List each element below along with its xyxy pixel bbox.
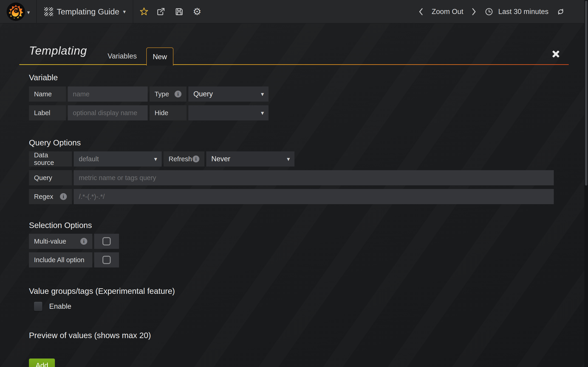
- navbar-divider: [133, 0, 133, 23]
- refresh-select-value: Never: [211, 155, 230, 163]
- info-icon[interactable]: i: [192, 156, 199, 162]
- time-shift-forward-button[interactable]: [471, 8, 477, 16]
- enable-checkbox[interactable]: [34, 302, 42, 311]
- tab-underline: [19, 64, 569, 65]
- name-input[interactable]: [68, 86, 148, 102]
- time-range-label: Last 30 minutes: [498, 8, 548, 16]
- save-icon: [174, 7, 184, 16]
- hide-select[interactable]: ▾: [188, 105, 268, 120]
- datasource-select-value: default: [79, 155, 99, 163]
- time-controls: Zoom Out Last 30 minutes: [418, 0, 565, 23]
- datasource-label: Data source: [29, 151, 72, 167]
- navbar-divider: [36, 0, 37, 23]
- type-label: Type i: [149, 86, 187, 102]
- time-shift-back-button[interactable]: [418, 8, 424, 16]
- info-icon[interactable]: i: [80, 238, 87, 245]
- refresh-label-text: Refresh: [169, 155, 192, 163]
- share-icon: [156, 7, 165, 16]
- query-options-heading: Query Options: [29, 138, 81, 147]
- tab-variables[interactable]: Variables: [104, 48, 141, 65]
- include-all-label: Include All option: [29, 252, 92, 267]
- caret-down-icon: ▾: [154, 156, 157, 163]
- save-dashboard-button[interactable]: [173, 0, 186, 23]
- time-picker-button[interactable]: Last 30 minutes: [485, 8, 548, 16]
- refresh-icon: [556, 7, 565, 16]
- selection-options-heading: Selection Options: [29, 221, 92, 230]
- datasource-row: Data source default ▾ Refresh i Never ▾: [29, 151, 294, 167]
- regex-label: Regex i: [29, 189, 72, 204]
- clock-icon: [485, 8, 493, 16]
- multi-value-label: Multi-value i: [29, 234, 92, 249]
- caret-down-icon: ▾: [287, 156, 290, 163]
- scrollbar-thumb[interactable]: [585, 1, 587, 186]
- name-label: Name: [29, 86, 66, 102]
- hide-label: Hide: [149, 105, 187, 120]
- refresh-select[interactable]: Never ▾: [206, 151, 294, 167]
- variable-label-row: Label Hide ▾: [29, 105, 268, 120]
- grafana-logo[interactable]: [6, 2, 25, 21]
- preview-heading: Preview of values (shows max 20): [29, 331, 151, 340]
- multi-value-checkbox[interactable]: [94, 234, 119, 249]
- regex-label-text: Regex: [34, 193, 53, 200]
- top-navbar: ▾ Templating Guide ▾: [0, 0, 588, 23]
- share-dashboard-button[interactable]: [154, 0, 167, 23]
- label-input[interactable]: [68, 105, 148, 120]
- dashboard-icon-cell: [44, 12, 48, 16]
- variable-section-heading: Variable: [29, 73, 58, 82]
- grafana-app: ▾ Templating Guide ▾: [0, 0, 588, 367]
- include-all-checkbox[interactable]: [94, 252, 119, 267]
- dashboard-icon-cell: [49, 12, 53, 16]
- refresh-label: Refresh i: [164, 151, 204, 167]
- checkbox-unchecked-icon: [103, 256, 111, 264]
- dashboard-title: Templating Guide: [57, 7, 119, 16]
- page-title: Templating: [29, 44, 87, 57]
- add-button[interactable]: Add: [29, 359, 55, 367]
- caret-down-icon: ▾: [261, 91, 264, 98]
- chevron-down-icon: ▾: [123, 8, 126, 15]
- include-all-row: Include All option: [29, 252, 119, 267]
- query-label: Query: [29, 170, 72, 185]
- org-switcher-caret-icon[interactable]: ▾: [27, 9, 30, 16]
- regex-input[interactable]: [74, 189, 554, 204]
- enable-label: Enable: [49, 302, 71, 311]
- variable-name-row: Name Type i Query ▾: [29, 86, 268, 102]
- info-icon[interactable]: i: [60, 193, 67, 200]
- zoom-out-button[interactable]: Zoom Out: [432, 8, 463, 16]
- query-input[interactable]: [74, 170, 554, 185]
- chevron-right-icon: [471, 8, 477, 16]
- tab-new[interactable]: New: [146, 48, 173, 66]
- scrollbar-track[interactable]: [584, 0, 588, 367]
- datasource-select[interactable]: default ▾: [74, 151, 162, 167]
- dashboard-icon: [44, 7, 53, 16]
- multi-value-label-text: Multi-value: [34, 238, 66, 245]
- gear-icon: ⚙: [193, 7, 201, 17]
- star-icon: [139, 7, 149, 16]
- dashboard-settings-button[interactable]: ⚙: [191, 0, 204, 23]
- type-select[interactable]: Query ▾: [188, 86, 268, 102]
- checkbox-unchecked-icon: [103, 237, 111, 245]
- dashboard-title-dropdown[interactable]: Templating Guide ▾: [57, 0, 126, 23]
- dashboard-icon-cell: [49, 7, 53, 11]
- type-label-text: Type: [155, 90, 169, 98]
- info-icon[interactable]: i: [174, 91, 182, 98]
- value-groups-heading: Value groups/tags (Experimental feature): [29, 286, 175, 296]
- label-label: Label: [29, 105, 66, 120]
- refresh-button[interactable]: [556, 7, 565, 16]
- chevron-left-icon: [418, 8, 424, 16]
- star-dashboard-button[interactable]: [138, 0, 150, 23]
- enable-checkbox-row[interactable]: Enable: [34, 302, 71, 311]
- caret-down-icon: ▾: [261, 109, 264, 117]
- type-select-value: Query: [193, 90, 213, 98]
- regex-row: Regex i: [29, 189, 554, 204]
- query-row: Query: [29, 170, 554, 185]
- close-icon[interactable]: [551, 49, 561, 59]
- dashboard-icon-cell: [44, 7, 48, 11]
- multi-value-row: Multi-value i: [29, 234, 119, 249]
- grafana-logo-icon: [6, 2, 25, 21]
